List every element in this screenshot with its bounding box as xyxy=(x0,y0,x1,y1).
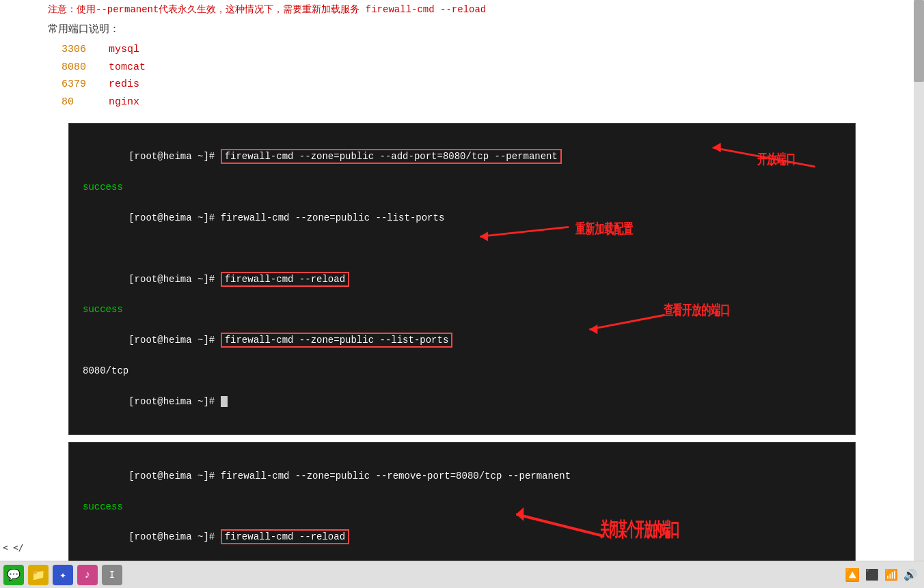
nav-indicator-left2: </ xyxy=(10,541,27,554)
port-number: 3306 xyxy=(62,41,103,59)
port-service: redis xyxy=(109,79,139,90)
taskbar-icon-chat[interactable]: 💬 xyxy=(3,565,24,585)
page-wrapper: 注意：使用--permanent代表永久生效，这种情况下，需要重新加载服务 fi… xyxy=(0,0,924,588)
terminal-line: [root@heima ~]# firewall-cmd --reload xyxy=(83,256,841,302)
command-text: firewall-cmd --zone=public --list-ports xyxy=(221,212,445,223)
terminal-line-success: success xyxy=(83,180,841,195)
port-number: 6379 xyxy=(62,76,103,94)
prompt: [root@heima ~]# xyxy=(128,471,220,481)
command-highlighted: firewall-cmd --reload xyxy=(221,272,349,287)
port-table: 3306 mysql 8080 tomcat 6379 redis 80 ngi… xyxy=(62,41,876,111)
scrollbar-track[interactable] xyxy=(914,0,924,588)
taskbar-sys-icon-3[interactable]: 📶 xyxy=(884,568,898,582)
terminal-line: [root@heima ~]# firewall-cmd --zone=publ… xyxy=(83,195,841,241)
notice-text: 注意：使用--permanent代表永久生效，这种情况下，需要重新加载服务 fi… xyxy=(48,3,876,16)
command-highlighted: firewall-cmd --zone=public --add-port=80… xyxy=(221,149,562,164)
prompt: [root@heima ~]# xyxy=(128,212,220,223)
list-item: 8080 tomcat xyxy=(62,59,876,76)
terminal-line-success: success xyxy=(83,302,841,317)
terminal-block-1-container: [root@heima ~]# firewall-cmd --zone=publ… xyxy=(34,123,890,435)
list-item: 3306 mysql xyxy=(62,41,876,59)
taskbar-sys-icon-2[interactable]: ⬛ xyxy=(865,568,879,582)
terminal-line-cursor: [root@heima ~]# xyxy=(83,378,841,424)
port-service: nginx xyxy=(109,96,139,108)
prompt: [root@heima ~]# xyxy=(128,274,220,285)
port-service: mysql xyxy=(109,44,139,55)
taskbar-icon-app[interactable]: ✦ xyxy=(53,565,73,585)
terminal-line: [root@heima ~]# firewall-cmd --reload xyxy=(83,514,841,560)
command-highlighted: firewall-cmd --reload xyxy=(221,529,349,544)
taskbar: 💬 📁 ✦ ♪ I 🔼 ⬛ 📶 🔊 xyxy=(0,561,924,588)
prompt: [root@heima ~]# xyxy=(128,531,220,542)
port-service: tomcat xyxy=(109,61,146,73)
terminal-line: [root@heima ~]# firewall-cmd --zone=publ… xyxy=(83,134,841,180)
port-number: 80 xyxy=(62,94,103,111)
nav-indicator-left: < xyxy=(0,541,11,554)
port-number: 8080 xyxy=(62,59,103,76)
taskbar-icon-folder[interactable]: 📁 xyxy=(28,565,49,585)
top-section: 注意：使用--permanent代表永久生效，这种情况下，需要重新加载服务 fi… xyxy=(0,0,924,117)
terminal-line-success: success xyxy=(83,499,841,514)
command-highlighted: firewall-cmd --zone=public --list-ports xyxy=(221,333,453,348)
terminal-line: [root@heima ~]# firewall-cmd --zone=publ… xyxy=(83,453,841,499)
list-item: 80 nginx xyxy=(62,94,876,111)
command-text: firewall-cmd --zone=public --remove-port… xyxy=(221,471,571,481)
cursor xyxy=(221,396,228,407)
list-item: 6379 redis xyxy=(62,76,876,94)
terminal-block-1: [root@heima ~]# firewall-cmd --zone=publ… xyxy=(68,123,856,435)
taskbar-icon-music[interactable]: ♪ xyxy=(77,565,98,585)
taskbar-sys-icon-4[interactable]: 🔊 xyxy=(903,568,917,582)
taskbar-icon-text[interactable]: I xyxy=(102,565,122,585)
scrollbar-thumb[interactable] xyxy=(914,0,924,82)
taskbar-sys-icon-1[interactable]: 🔼 xyxy=(845,568,860,583)
prompt: [root@heima ~]# xyxy=(128,396,220,407)
terminal-line-blank xyxy=(83,241,841,256)
taskbar-right-icons: 🔼 ⬛ 📶 🔊 xyxy=(845,568,917,583)
section-label: 常用端口说明： xyxy=(48,23,876,36)
prompt: [root@heima ~]# xyxy=(128,151,220,162)
terminal-line-output: 8080/tcp xyxy=(83,363,841,378)
prompt: [root@heima ~]# xyxy=(128,335,220,346)
terminal-line: [root@heima ~]# firewall-cmd --zone=publ… xyxy=(83,318,841,363)
